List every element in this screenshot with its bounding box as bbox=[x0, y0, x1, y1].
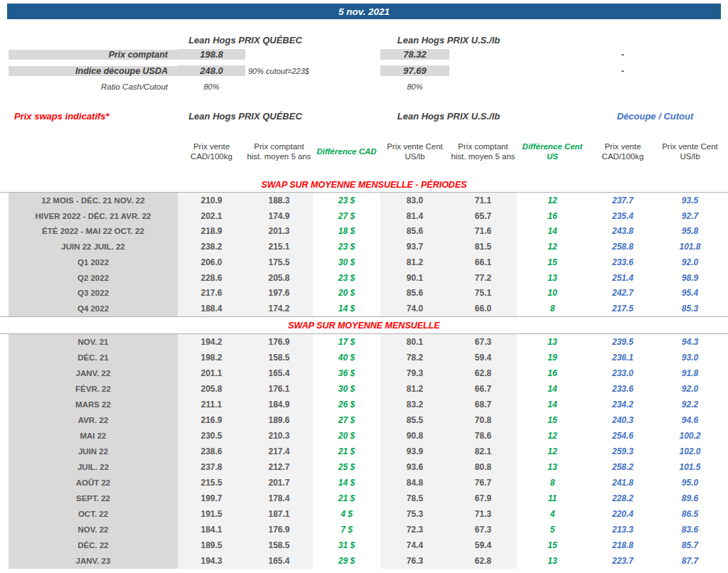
table-row: Q1 2022206.0175.530 $81.266.115233.692.0 bbox=[9, 255, 728, 270]
cutout-cent-us: 100.2 bbox=[658, 428, 722, 444]
table-row: NOV. 22184.1176.97 $72.367.35213.383.6 bbox=[9, 522, 728, 537]
period-label: MAI 22 bbox=[9, 428, 178, 444]
periods-table: 12 MOIS - DÉC. 21 NOV. 22210.9188.323 $8… bbox=[0, 192, 728, 317]
qc-hist-avg: 158.5 bbox=[245, 537, 313, 553]
us-hist-avg: 59.4 bbox=[449, 537, 517, 553]
diff-cad: 27 $ bbox=[313, 208, 380, 224]
table-row: JUIN 22 JUIL. 22238.2215.123 $93.781.512… bbox=[9, 239, 728, 255]
qc-hist-avg: 201.3 bbox=[245, 224, 313, 240]
usda-cutout-index-us: 97.69 bbox=[380, 65, 449, 76]
diff-cent-us: 15 bbox=[517, 412, 588, 428]
diff-cent-us: 11 bbox=[517, 491, 588, 506]
qc-sale-price: 194.2 bbox=[178, 334, 245, 350]
us-hist-avg: 70.8 bbox=[449, 412, 517, 428]
diff-cent-us: 12 bbox=[517, 193, 588, 208]
cutout-cad: 243.8 bbox=[588, 224, 658, 240]
us-hist-avg: 68.7 bbox=[449, 397, 517, 412]
us-hist-avg: 71.6 bbox=[449, 224, 517, 240]
cutout-cent-us: 89.6 bbox=[658, 491, 722, 506]
qc-hist-avg: 205.8 bbox=[245, 270, 313, 286]
diff-cent-us: 5 bbox=[517, 522, 588, 537]
us-sale-price: 75.3 bbox=[380, 506, 449, 522]
spot-price-us: 78.32 bbox=[380, 49, 449, 60]
us-sale-price: 78.2 bbox=[380, 350, 449, 365]
qc-hist-avg: 176.1 bbox=[245, 381, 313, 397]
qc-sale-price: 184.1 bbox=[178, 522, 245, 537]
cutout-cent-us: 87.7 bbox=[658, 553, 722, 569]
table-row: JUIN 22238.6217.421 $93.982.112259.3102.… bbox=[9, 444, 728, 459]
period-label: NOV. 22 bbox=[9, 522, 178, 537]
us-hist-avg: 66.1 bbox=[449, 255, 517, 270]
period-label: ÉTÉ 2022 - MAI 22 OCT. 22 bbox=[9, 224, 178, 240]
us-sale-price: 93.7 bbox=[380, 239, 449, 255]
cutout-cent-us: 86.5 bbox=[658, 506, 722, 522]
cutout-cad: 223.7 bbox=[588, 553, 658, 569]
report-date: 5 nov. 2021 bbox=[338, 6, 390, 17]
diff-cad: 30 $ bbox=[313, 255, 380, 270]
period-label: Q3 2022 bbox=[9, 286, 178, 301]
us-hist-avg: 67.3 bbox=[449, 334, 517, 350]
table-row: ÉTÉ 2022 - MAI 22 OCT. 22218.9201.318 $8… bbox=[9, 224, 728, 240]
qc-hist-avg: 176.9 bbox=[245, 334, 313, 350]
spot-price-label: Prix comptant bbox=[9, 50, 178, 60]
cutout-note: 90% cutout=223$ bbox=[245, 67, 380, 75]
usda-cutout-index-row: Indice découpe USDA 248.0 90% cutout=223… bbox=[9, 63, 728, 79]
qc-sale-price: 201.1 bbox=[178, 365, 245, 381]
cutout-cent-us: 94.3 bbox=[658, 334, 722, 350]
us-hist-avg: 67.9 bbox=[449, 491, 517, 506]
qc-hist-avg: 174.2 bbox=[245, 301, 313, 316]
cutout-cent-us: 85.7 bbox=[658, 537, 722, 553]
us-hist-avg: 71.3 bbox=[449, 506, 517, 522]
diff-cent-us: 16 bbox=[517, 365, 588, 381]
table-row: Q4 2022188.4174.214 $74.066.08217.585.3 bbox=[9, 301, 728, 316]
period-label: AVR. 22 bbox=[9, 412, 178, 428]
us-hist-avg: 78.6 bbox=[449, 428, 517, 444]
table-row: Q2 2022228.6205.823 $90.177.213251.498.9 bbox=[9, 270, 728, 286]
hog-price-report: 5 nov. 2021 Lean Hogs PRIX QUÉBEC Lean H… bbox=[0, 0, 728, 573]
top-quebec-header: Lean Hogs PRIX QUÉBEC bbox=[178, 35, 313, 45]
diff-cent-us: 14 bbox=[517, 381, 588, 397]
period-label: JANV. 22 bbox=[9, 365, 178, 381]
table-row: NOV. 21194.2176.917 $80.167.313239.594.3 bbox=[9, 334, 728, 350]
period-label: 12 MOIS - DÉC. 21 NOV. 22 bbox=[9, 193, 178, 208]
period-label: HIVER 2022 - DÉC. 21 AVR. 22 bbox=[9, 208, 178, 224]
qc-hist-avg: 174.9 bbox=[245, 208, 313, 224]
qc-sale-price: 218.9 bbox=[178, 224, 245, 240]
qc-sale-price: 216.9 bbox=[178, 412, 245, 428]
us-sale-price: 83.0 bbox=[380, 193, 449, 208]
us-sale-price: 84.8 bbox=[380, 475, 449, 491]
table-row: AOÛT 22215.5201.714 $84.876.78241.895.0 bbox=[9, 475, 728, 491]
diff-cad: 7 $ bbox=[313, 522, 380, 537]
period-label: Q1 2022 bbox=[9, 255, 178, 270]
cutout-cad: 254.6 bbox=[588, 428, 658, 444]
qc-sale-price: 189.5 bbox=[178, 537, 245, 553]
diff-cad: 21 $ bbox=[313, 491, 380, 506]
spot-price-cutout: - bbox=[588, 50, 658, 60]
us-hist-avg: 75.1 bbox=[449, 286, 517, 301]
diff-cent-us: 15 bbox=[517, 255, 588, 270]
qc-sale-price: 188.4 bbox=[178, 301, 245, 316]
cutout-cent-us: 92.2 bbox=[658, 397, 722, 412]
qc-sale-price: 215.5 bbox=[178, 475, 245, 491]
col-header-us-sale-price: Prix vente Cent US/lb bbox=[380, 131, 449, 173]
swaps-indicative-title: Prix swaps indicatifs* bbox=[9, 111, 178, 122]
cutout-cent-us: 95.4 bbox=[658, 286, 722, 301]
cutout-cent-us: 92.0 bbox=[658, 381, 722, 397]
qc-hist-avg: 188.3 bbox=[245, 193, 313, 208]
diff-cad: 25 $ bbox=[313, 459, 380, 475]
date-header-bar: 5 nov. 2021 bbox=[7, 4, 721, 19]
qc-sale-price: 230.5 bbox=[178, 428, 245, 444]
us-sale-price: 80.1 bbox=[380, 334, 449, 350]
qc-hist-avg: 175.5 bbox=[245, 255, 313, 270]
cutout-cad: 258.2 bbox=[588, 459, 658, 475]
qc-hist-avg: 176.9 bbox=[245, 522, 313, 537]
period-label: JUIL. 22 bbox=[9, 459, 178, 475]
qc-sale-price: 228.6 bbox=[178, 270, 245, 286]
table-row: OCT. 22191.5187.14 $75.371.34220.486.5 bbox=[9, 506, 728, 522]
us-sale-price: 74.4 bbox=[380, 537, 449, 553]
us-hist-avg: 59.4 bbox=[449, 350, 517, 365]
top-group-header-row: Lean Hogs PRIX QUÉBEC Lean Hogs PRIX U.S… bbox=[9, 33, 728, 46]
section-title-periods: SWAP SUR MOYENNE MENSUELLE - PÉRIODES bbox=[9, 178, 719, 192]
swaps-quebec-header: Lean Hogs PRIX QUÉBEC bbox=[178, 111, 313, 122]
qc-sale-price: 238.2 bbox=[178, 239, 245, 255]
